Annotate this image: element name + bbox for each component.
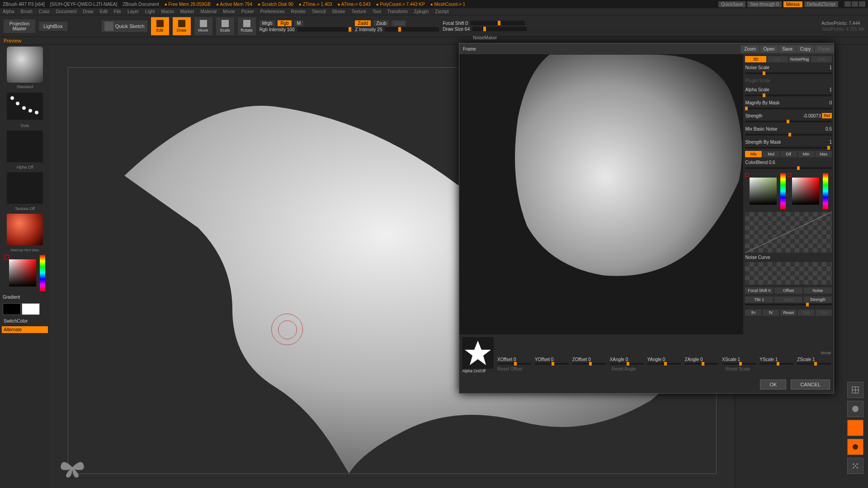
menu-texture[interactable]: Texture [351, 9, 366, 14]
menu-tool[interactable]: Tool [373, 9, 381, 14]
paste-button[interactable]: Paste [814, 45, 834, 53]
menu-preferences[interactable]: Preferences [260, 9, 285, 14]
menu-draw[interactable]: Draw [83, 9, 93, 14]
save-button[interactable]: Save [778, 45, 796, 53]
frame-button[interactable]: Frame [459, 47, 480, 52]
offset-label[interactable]: Offset [774, 287, 802, 294]
xangle-slider[interactable] [610, 363, 644, 365]
alpha-scale-slider[interactable] [745, 94, 832, 96]
menu-brush[interactable]: Brush [21, 9, 33, 14]
scale-mode-button[interactable]: Scale [216, 17, 234, 35]
linefill-button[interactable] [847, 382, 863, 398]
xoffset-slider[interactable] [497, 363, 531, 365]
menu-stencil[interactable]: Stencil [312, 9, 326, 14]
menu-picker[interactable]: Picker [241, 9, 254, 14]
edit2-button[interactable]: Edit [798, 310, 814, 316]
menu-macro[interactable]: Macro [161, 9, 174, 14]
strength-slider[interactable] [745, 121, 832, 122]
fh-button[interactable]: fH [745, 310, 761, 316]
noise-preview[interactable] [459, 54, 743, 334]
rgb-intensity-slider[interactable] [297, 27, 351, 32]
switchcolor-button[interactable]: SwitchColor [2, 318, 48, 324]
ghost-button[interactable] [847, 420, 863, 436]
cancel-button[interactable]: CANCEL [791, 380, 830, 389]
color-sat-b[interactable] [792, 178, 819, 205]
zcut-button[interactable]: Zcut [392, 20, 406, 26]
reset-angle-button[interactable]: Reset Angle [612, 366, 717, 371]
strength2-label[interactable]: Strength [804, 296, 832, 303]
zadd-button[interactable]: Zadd [355, 20, 371, 26]
seethrough-slider[interactable]: See-through 0 [747, 1, 781, 7]
maximize-icon[interactable] [852, 1, 858, 7]
material-preview[interactable] [7, 214, 43, 245]
focalshift-label[interactable]: Focal Shift 0 [745, 287, 773, 294]
swatch-black[interactable] [3, 303, 21, 315]
menu-document[interactable]: Document [56, 9, 77, 14]
tile-label[interactable]: Tile 1 [745, 296, 773, 303]
uv-button[interactable]: Uv [767, 56, 788, 62]
mul-button[interactable]: Mul [763, 151, 779, 157]
menu-stroke[interactable]: Stroke [332, 9, 345, 14]
mrgb-button[interactable]: Mrgb [259, 20, 275, 26]
menu-render[interactable]: Render [291, 9, 306, 14]
transp-button[interactable] [847, 401, 863, 417]
solo-button[interactable] [847, 439, 863, 455]
reset-scale-button[interactable]: Reset Scale [726, 366, 831, 371]
yangle-slider[interactable] [647, 363, 681, 365]
fv-button[interactable]: fV [763, 310, 779, 316]
xscale-slider[interactable] [722, 363, 756, 365]
z-intensity-slider[interactable] [385, 27, 439, 32]
rel-button[interactable]: Rel [822, 113, 832, 118]
menu-zplugin[interactable]: Zplugin [414, 9, 429, 14]
alpha-preview[interactable] [7, 131, 43, 162]
yoffset-slider[interactable] [535, 363, 569, 365]
draw-mode-button[interactable]: Draw [173, 17, 191, 35]
copy-button[interactable]: Copy [796, 45, 814, 53]
zoffset-slider[interactable] [572, 363, 606, 365]
focal-shift-slider[interactable] [471, 21, 525, 25]
mixbasic-slider[interactable] [745, 134, 832, 136]
noise-curve-editor-2[interactable] [745, 262, 832, 285]
colorblend-slider[interactable] [745, 167, 832, 169]
color-sat-a[interactable] [750, 178, 777, 205]
noise-label[interactable]: Noise [804, 287, 832, 294]
max-button[interactable]: Max [815, 151, 832, 157]
strmask-slider[interactable] [745, 147, 832, 149]
edit-plug-button[interactable]: Edit [811, 56, 832, 62]
alpha-onoff-label[interactable]: Alpha On/Off [462, 369, 494, 373]
script-button[interactable]: DefaultZScript [804, 1, 838, 7]
color-hue-b[interactable] [823, 173, 828, 209]
noiseplug-button[interactable]: NoisePlug [789, 56, 810, 62]
draw-size-slider[interactable] [472, 27, 527, 31]
quicksave-button[interactable]: QuickSave [718, 1, 745, 7]
menus-button[interactable]: Menus [783, 1, 802, 7]
menu-movie[interactable]: Movie [223, 9, 235, 14]
menu-material[interactable]: Material [201, 9, 217, 14]
bottom-slider[interactable] [745, 304, 832, 305]
3d-button[interactable]: 3D [745, 56, 766, 62]
menu-file[interactable]: File [114, 9, 121, 14]
move-mode-button[interactable]: Move [194, 17, 212, 35]
menu-alpha[interactable]: Alpha [3, 9, 14, 14]
zoom-button[interactable]: Zoom [740, 45, 760, 53]
menu-edit[interactable]: Edit [100, 9, 108, 14]
zangle-slider[interactable] [684, 363, 718, 365]
menu-color[interactable]: Color [39, 9, 50, 14]
color-picker-b[interactable] [788, 173, 828, 209]
rgb-button[interactable]: Rgb [278, 20, 291, 26]
menu-zscript[interactable]: Zscript [435, 9, 448, 14]
reset-offset-button[interactable]: Reset Offset [497, 366, 603, 371]
del-button[interactable]: Del [816, 310, 832, 316]
steps-label[interactable]: Steps [774, 296, 802, 303]
alpha-thumb[interactable] [462, 337, 494, 369]
open-button[interactable]: Open [760, 45, 778, 53]
color-hue-a[interactable] [780, 173, 786, 209]
color-picker-a[interactable] [745, 173, 786, 209]
m-button[interactable]: M [294, 20, 303, 26]
menu-light[interactable]: Light [145, 9, 155, 14]
ok-button[interactable]: OK [760, 380, 786, 389]
noise-scale-slider[interactable] [745, 72, 832, 74]
lightbox-button[interactable]: LightBox [39, 22, 67, 31]
menu-marker[interactable]: Marker [180, 9, 194, 14]
texture-preview[interactable] [7, 172, 43, 204]
